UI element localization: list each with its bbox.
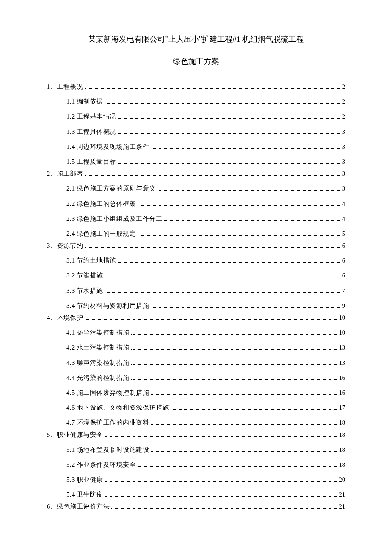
toc-entry-label: 5.2 作业条件及环境安全 — [66, 460, 136, 470]
toc-entry: 3.4 节约材料与资源利用措施9 — [47, 301, 345, 311]
toc-entry-page: 2 — [342, 82, 345, 92]
toc-leader-dots — [105, 292, 340, 293]
toc-entry: 3、资源节约6 — [47, 241, 345, 251]
toc-entry-page: 2 — [342, 112, 345, 121]
toc-entry-label: 4.7 环境保护工作的内业资料 — [66, 418, 149, 428]
toc-entry: 5.2 作业条件及环境安全18 — [47, 460, 345, 470]
toc-entry: 2.2 绿色施工的总体框架4 — [47, 199, 345, 209]
toc-entry-label: 4.1 扬尘污染控制措施 — [66, 328, 130, 338]
toc-entry-label: 3.4 节约材料与资源利用措施 — [66, 301, 149, 311]
toc-entry: 4.5 施工固体废弃物控制措施16 — [47, 388, 345, 398]
toc-leader-dots — [85, 247, 340, 248]
toc-entry-page: 5 — [342, 229, 345, 239]
toc-entry-page: 9 — [342, 301, 345, 311]
toc-leader-dots — [138, 205, 340, 206]
toc-entry-page: 18 — [339, 418, 346, 428]
toc-leader-dots — [131, 349, 337, 350]
toc-entry-label: 3.3 节水措施 — [66, 286, 103, 296]
toc-leader-dots — [138, 235, 340, 236]
toc-entry-label: 4.4 光污染的控制措施 — [66, 373, 130, 383]
toc-entry: 4.3 噪声污染控制措施13 — [47, 358, 345, 368]
toc-entry: 4、环境保护10 — [47, 313, 345, 323]
toc-leader-dots — [118, 118, 340, 119]
toc-leader-dots — [171, 409, 337, 410]
toc-leader-dots — [151, 148, 340, 149]
toc-leader-dots — [138, 466, 337, 467]
toc-entry: 1.4 周边环境及现场施工条件3 — [47, 142, 345, 152]
toc-entry-label: 5、职业健康与安全 — [47, 430, 103, 440]
toc-leader-dots — [105, 436, 337, 437]
toc-entry-label: 3.2 节能措施 — [66, 271, 103, 280]
toc-entry: 4.1 扬尘污染控制措施10 — [47, 328, 345, 338]
toc-entry-page: 10 — [339, 328, 346, 338]
toc-leader-dots — [105, 277, 340, 278]
toc-leader-dots — [151, 394, 337, 395]
toc-entry: 3.1 节约土地措施6 — [47, 256, 345, 266]
toc-leader-dots — [118, 262, 340, 263]
toc-entry-label: 4.2 水土污染控制措施 — [66, 343, 130, 353]
toc-entry-label: 4、环境保护 — [47, 313, 83, 323]
toc-entry-page: 10 — [339, 313, 346, 323]
toc-leader-dots — [105, 496, 337, 497]
toc-leader-dots — [85, 319, 337, 320]
toc-leader-dots — [111, 508, 337, 509]
toc-entry-page: 6 — [342, 241, 345, 251]
toc-entry-page: 3 — [342, 169, 345, 179]
toc-entry-label: 5.1 场地布置及临时设施建设 — [66, 445, 149, 455]
toc-entry-label: 2.4 绿色施工的一般规定 — [66, 229, 136, 239]
toc-leader-dots — [131, 364, 337, 365]
toc-entry-page: 3 — [342, 157, 345, 167]
toc-entry-page: 16 — [339, 388, 346, 398]
toc-leader-dots — [151, 451, 337, 452]
toc-entry-label: 2.3 绿色施工小组组成及工作分工 — [66, 214, 162, 224]
document-title-line1: 某某新海发电有限公司"上大压小"扩建工程#1 机组烟气脱硫工程 — [47, 34, 345, 44]
toc-entry-label: 5.3 职业健康 — [66, 475, 103, 485]
toc-entry-page: 16 — [339, 373, 346, 383]
toc-leader-dots — [164, 220, 340, 221]
toc-entry: 2、施工部署3 — [47, 169, 345, 179]
toc-entry-page: 13 — [339, 358, 346, 368]
toc-leader-dots — [151, 307, 340, 308]
toc-leader-dots — [158, 190, 340, 191]
toc-entry-label: 6、绿色施工评价方法 — [47, 502, 110, 512]
toc-entry: 2.1 绿色施工方案的原则与意义3 — [47, 184, 345, 194]
toc-entry-page: 7 — [342, 286, 345, 296]
toc-entry-page: 18 — [339, 445, 346, 455]
toc-entry-page: 13 — [339, 343, 346, 353]
toc-leader-dots — [118, 163, 340, 164]
toc-entry-label: 2.2 绿色施工的总体框架 — [66, 199, 136, 209]
toc-entry-page: 18 — [339, 460, 346, 470]
toc-entry-label: 5.4 卫生防疫 — [66, 490, 103, 500]
toc-entry-page: 3 — [342, 184, 345, 194]
toc-entry-page: 4 — [342, 199, 345, 209]
toc-entry-label: 1.4 周边环境及现场施工条件 — [66, 142, 149, 152]
table-of-contents: 1、工程概况21.1 编制依据21.2 工程基本情况21.3 工程具体概况31.… — [47, 82, 345, 512]
toc-entry-label: 1.3 工程具体概况 — [66, 127, 116, 137]
toc-entry-page: 18 — [339, 430, 346, 440]
toc-entry: 1.3 工程具体概况3 — [47, 127, 345, 137]
toc-entry-page: 21 — [339, 502, 346, 512]
toc-leader-dots — [131, 334, 337, 335]
toc-entry-label: 1.2 工程基本情况 — [66, 112, 116, 121]
toc-leader-dots — [151, 424, 337, 425]
toc-entry-label: 1.1 编制依据 — [66, 97, 103, 107]
toc-entry-label: 4.6 地下设施、文物和资源保护措施 — [66, 403, 169, 413]
toc-leader-dots — [85, 175, 340, 176]
toc-entry-label: 4.5 施工固体废弃物控制措施 — [66, 388, 149, 398]
toc-entry: 4.2 水土污染控制措施13 — [47, 343, 345, 353]
toc-entry: 4.4 光污染的控制措施16 — [47, 373, 345, 383]
toc-entry: 5.1 场地布置及临时设施建设18 — [47, 445, 345, 455]
toc-entry-page: 21 — [339, 490, 346, 500]
toc-entry: 5.3 职业健康20 — [47, 475, 345, 485]
toc-entry: 1.2 工程基本情况2 — [47, 112, 345, 121]
toc-entry-page: 3 — [342, 142, 345, 152]
toc-entry-label: 1.5 工程质量目标 — [66, 157, 116, 167]
toc-entry-label: 4.3 噪声污染控制措施 — [66, 358, 130, 368]
toc-leader-dots — [118, 133, 340, 134]
toc-entry: 1.5 工程质量目标3 — [47, 157, 345, 167]
toc-entry-page: 4 — [342, 214, 345, 224]
toc-leader-dots — [105, 103, 340, 104]
toc-entry-label: 2、施工部署 — [47, 169, 83, 179]
toc-entry: 6、绿色施工评价方法21 — [47, 502, 345, 512]
toc-entry: 3.2 节能措施6 — [47, 271, 345, 280]
